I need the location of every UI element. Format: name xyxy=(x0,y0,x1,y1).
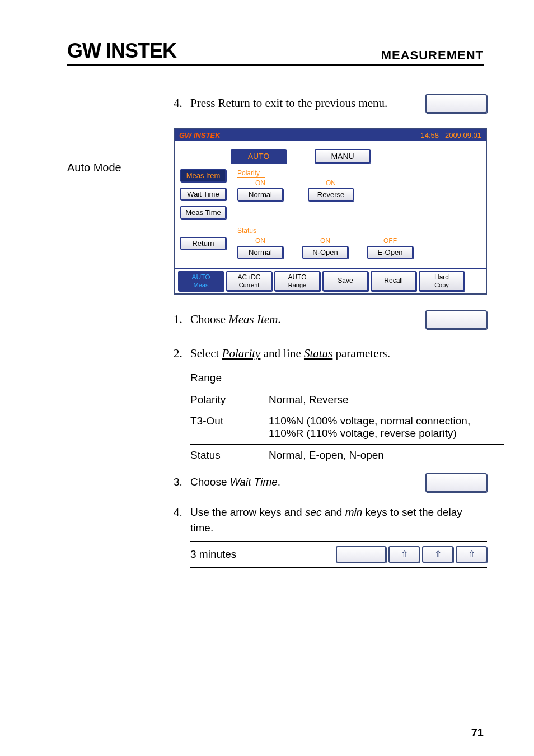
meas-item-button-placeholder xyxy=(425,310,487,329)
page-number: 71 xyxy=(471,726,484,739)
tab-manu[interactable]: MANU xyxy=(315,149,371,164)
step-text: Press Return to exit to the previous men… xyxy=(190,95,415,113)
btn-status-normal[interactable]: Normal xyxy=(237,246,283,259)
bottom-hardcopy[interactable]: HardCopy xyxy=(419,271,465,291)
polarity-on-2: ON xyxy=(308,179,354,187)
btn-status-eopen[interactable]: E-Open xyxy=(367,246,413,259)
wait-time-button-placeholder xyxy=(425,473,487,492)
section-title: MEASUREMENT xyxy=(381,48,484,63)
status-group-label: Status xyxy=(237,227,265,235)
brand-logo: GW INSTEK xyxy=(67,39,176,63)
polarity-on-1: ON xyxy=(237,179,283,187)
auto-mode-label: Auto Mode xyxy=(67,161,157,174)
step-text: Choose Wait Time. xyxy=(190,474,415,491)
btn-polarity-reverse[interactable]: Reverse xyxy=(308,188,354,201)
arrow-up-icon[interactable]: ⇧ xyxy=(388,546,420,563)
step-text: Choose Meas Item. xyxy=(190,311,415,329)
btn-wait-time[interactable]: Wait Time xyxy=(180,188,226,200)
step-text: Select Polarity and line Status paramete… xyxy=(190,345,487,363)
btn-status-nopen[interactable]: N-Open xyxy=(302,246,348,259)
return-button-placeholder xyxy=(425,94,487,113)
status-on-2: ON xyxy=(302,237,348,245)
step-number: 3. xyxy=(174,474,185,491)
delay-label: 3 minutes xyxy=(190,548,269,561)
table-cell: Normal, E-open, N-open xyxy=(269,449,504,461)
bottom-auto-range[interactable]: AUTORange xyxy=(274,271,320,291)
delay-value-placeholder xyxy=(336,546,386,563)
bottom-acdc[interactable]: AC+DCCurrent xyxy=(226,271,272,291)
device-screenshot: GW INSTEK 14:58 2009.09.01 AUTO MANU Mea… xyxy=(174,128,487,295)
table-cell: 110%N (100% voltage, normal connection, … xyxy=(269,415,504,440)
step-number: 4. xyxy=(174,95,185,113)
btn-meas-item[interactable]: Meas Item xyxy=(180,169,226,182)
bottom-auto-meas[interactable]: AUTOMeas xyxy=(178,271,224,291)
bottom-save[interactable]: Save xyxy=(322,271,368,291)
table-cell: Polarity xyxy=(190,394,269,406)
table-cell: Status xyxy=(190,449,269,461)
step-number: 2. xyxy=(174,345,185,363)
btn-meas-time[interactable]: Meas Time xyxy=(180,206,226,219)
btn-polarity-normal[interactable]: Normal xyxy=(237,188,283,201)
step-text: Use the arrow keys and sec and min keys … xyxy=(190,505,487,536)
arrow-up-icon[interactable]: ⇧ xyxy=(422,546,453,563)
device-brand: GW INSTEK xyxy=(179,131,221,139)
tab-auto[interactable]: AUTO xyxy=(231,149,287,164)
step-number: 4. xyxy=(174,505,185,521)
bottom-recall[interactable]: Recall xyxy=(371,271,416,291)
table-header-range: Range xyxy=(190,372,269,384)
device-time: 14:58 2009.09.01 xyxy=(421,131,481,139)
table-cell: Normal, Reverse xyxy=(269,394,504,406)
step-number: 1. xyxy=(174,311,185,329)
table-cell: T3-Out xyxy=(190,415,269,440)
arrow-up-icon[interactable]: ⇧ xyxy=(456,546,487,563)
btn-return[interactable]: Return xyxy=(180,237,226,250)
status-on-1: ON xyxy=(237,237,283,245)
status-off: OFF xyxy=(367,237,413,245)
polarity-group-label: Polarity xyxy=(237,169,265,178)
